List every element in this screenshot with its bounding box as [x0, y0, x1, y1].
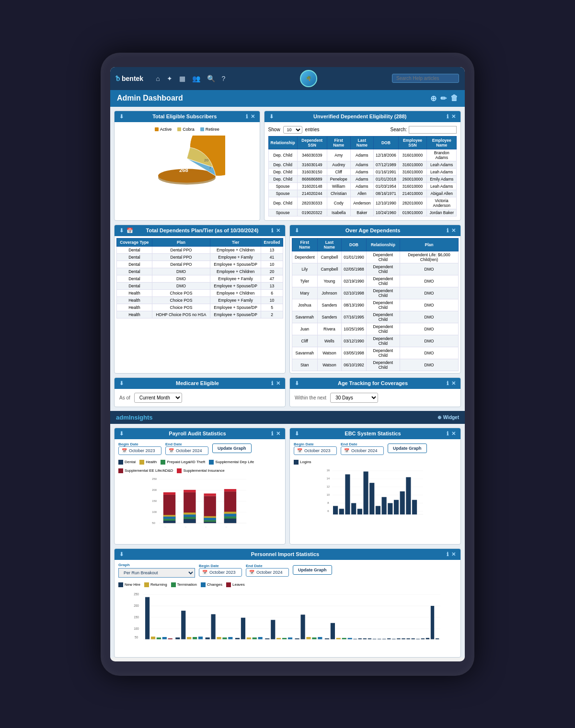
table-cell: 01/01/2018	[374, 175, 399, 182]
info-icon-payroll[interactable]: ℹ	[271, 431, 273, 437]
svg-text:12: 12	[326, 485, 330, 488]
table-row: CliffWells03/12/1990Dependent ChildDMO	[292, 335, 459, 347]
info-icon-dep[interactable]: ℹ	[271, 228, 273, 234]
close-icon[interactable]: ✕	[251, 114, 255, 120]
table-row: DentalDMOEmployee + Children20	[117, 268, 283, 275]
wrench-icon[interactable]: ✦	[167, 75, 172, 82]
unverified-header-left-icons: ⬇	[269, 114, 274, 120]
home-icon[interactable]: ⌂	[156, 75, 160, 82]
download-icon[interactable]: ⬇	[119, 114, 124, 120]
medicare-filter-label: As of	[119, 395, 130, 400]
svg-text:250: 250	[134, 592, 139, 596]
insights-bar: admInsights ⊕ Widget	[110, 411, 465, 424]
calendar-icon-personnel-end: 📅	[249, 570, 254, 575]
edit-icon[interactable]: ✏	[440, 94, 447, 103]
over-age-widget: ⬇ Over Age Dependents ℹ ✕ First Name	[289, 225, 461, 374]
legend-active: Active	[155, 127, 172, 132]
table-cell: Dependent Child	[366, 299, 400, 311]
ebc-update-btn[interactable]: Update Graph	[388, 444, 427, 453]
question-icon[interactable]: ?	[222, 75, 226, 82]
close-icon-med[interactable]: ✕	[276, 380, 280, 387]
download-icon-oa[interactable]: ⬇	[295, 228, 299, 234]
medicare-filter-select[interactable]: Current Month Next Month Last Month	[134, 393, 182, 403]
legend-changes: Changes	[201, 582, 222, 587]
insights-widget-btn[interactable]: ⊕ Widget	[437, 415, 459, 420]
svg-rect-63	[394, 500, 399, 514]
table-cell: 316010000	[398, 182, 427, 190]
add-widget-icon[interactable]: ⊕	[430, 94, 437, 103]
close-icon-at[interactable]: ✕	[451, 380, 456, 387]
table-cell: Isabella	[327, 209, 350, 216]
info-icon-unverified[interactable]: ℹ	[447, 114, 448, 120]
total-eligible-widget: ⬇ Total Eligible Subscribers ℹ ✕ Activ	[114, 111, 260, 221]
personnel-begin-date[interactable]: 📅 October 2023	[199, 568, 242, 577]
legend-health-sq	[139, 460, 144, 465]
svg-rect-106	[318, 637, 322, 639]
table-row: JuanRivera10/25/1995Dependent ChildDMO	[292, 323, 459, 335]
info-icon[interactable]: ℹ	[246, 114, 248, 120]
download-icon-at[interactable]: ⬇	[295, 380, 299, 387]
info-icon-personnel[interactable]: ℹ	[447, 551, 448, 557]
close-icon-unverified[interactable]: ✕	[451, 114, 456, 120]
chart-icon[interactable]: ▦	[179, 75, 185, 82]
download-icon-payroll[interactable]: ⬇	[119, 431, 124, 437]
info-icon-ebc[interactable]: ℹ	[447, 431, 448, 437]
legend-newhire-label: New Hire	[125, 582, 140, 587]
payroll-end-date-value: October 2024	[176, 448, 202, 453]
close-icon-personnel[interactable]: ✕	[451, 551, 456, 557]
ebc-stats-header: ⬇ EBC System Statistics ℹ ✕	[290, 428, 460, 439]
table-cell: 01/01/1990	[342, 251, 367, 263]
users-icon[interactable]: 👥	[192, 75, 200, 82]
info-icon-at[interactable]: ℹ	[447, 380, 448, 387]
close-icon-ebc[interactable]: ✕	[451, 431, 456, 437]
legend-supdep-payroll: Supplemental Dep Life	[209, 460, 254, 465]
legend-legal-label: Prepaid Legal/ID Theft	[167, 460, 205, 464]
entries-select[interactable]: 10 25 50	[283, 126, 302, 134]
svg-text:250: 250	[152, 478, 157, 480]
search-input-unverified[interactable]	[409, 126, 457, 134]
download-icon-med[interactable]: ⬇	[119, 380, 124, 387]
row-3: ⬇ Medicare Eligible ℹ ✕ As of Current Mo…	[114, 377, 461, 407]
table-row: Dep. Child868686889PenelopeAdams01/01/20…	[268, 175, 456, 182]
payroll-title: Payroll Audit Statistics	[124, 431, 271, 436]
search-box: Search:	[391, 126, 457, 134]
personnel-update-btn[interactable]: Update Graph	[293, 565, 332, 575]
info-icon-med[interactable]: ℹ	[271, 380, 273, 387]
table-cell: Spouse	[268, 182, 297, 190]
close-icon-oa[interactable]: ✕	[451, 228, 456, 234]
payroll-end-date[interactable]: 📅 October 2024	[165, 446, 208, 455]
medicare-left-icons: ⬇	[119, 380, 124, 387]
payroll-update-btn[interactable]: Update Graph	[212, 444, 252, 453]
table-row: LilyCampbell02/05/1988Dependent ChildDMO	[292, 263, 459, 275]
info-icon-oa[interactable]: ℹ	[447, 228, 448, 234]
col-tier: Tier	[210, 238, 261, 246]
medicare-title: Medicare Eligible	[124, 380, 271, 386]
col-last-name: Last Name	[350, 136, 374, 149]
search-icon[interactable]: 🔍	[207, 75, 215, 82]
download-icon-unverified[interactable]: ⬇	[269, 114, 274, 120]
table-row: HealthChoice POSEmployee + Family10	[117, 296, 283, 304]
download-icon-personnel[interactable]: ⬇	[119, 551, 124, 557]
nav-logo: ᵬ bentek	[116, 74, 143, 83]
personnel-end-date[interactable]: 📅 October 2024	[246, 568, 289, 577]
ebc-begin-date[interactable]: 📅 October 2023	[294, 446, 337, 455]
close-icon-dep[interactable]: ✕	[276, 228, 280, 234]
close-icon-payroll[interactable]: ✕	[276, 431, 280, 437]
calendar-icon-dep[interactable]: 📅	[126, 228, 133, 234]
personnel-graph-select[interactable]: Per Run Breakout Monthly Summary Annual …	[118, 568, 195, 578]
age-tracking-header: ⬇ Age Tracking for Coverages ℹ ✕	[290, 378, 460, 389]
download-icon-ebc[interactable]: ⬇	[295, 431, 299, 437]
table-cell: Dep. Child	[268, 168, 297, 175]
trash-icon[interactable]: 🗑	[450, 94, 458, 103]
age-tracking-filter-select[interactable]: 30 Days 60 Days 90 Days	[330, 393, 378, 403]
col-relationship: Relationship	[268, 136, 297, 149]
download-icon-dep[interactable]: ⬇	[119, 228, 124, 234]
ebc-end-date-wrap: End Date 📅 October 2024	[341, 442, 384, 455]
payroll-begin-date[interactable]: 📅 October 2023	[118, 446, 161, 455]
search-input[interactable]	[392, 74, 459, 83]
svg-rect-99	[276, 637, 281, 639]
table-row: HealthChoice POSEmployee + Spouse/DP5	[117, 304, 283, 311]
show-entries: Show 10 25 50 entries Search:	[268, 126, 457, 134]
ebc-end-date[interactable]: 📅 October 2024	[341, 446, 384, 455]
col-enrolled: Enrolled	[261, 238, 283, 246]
